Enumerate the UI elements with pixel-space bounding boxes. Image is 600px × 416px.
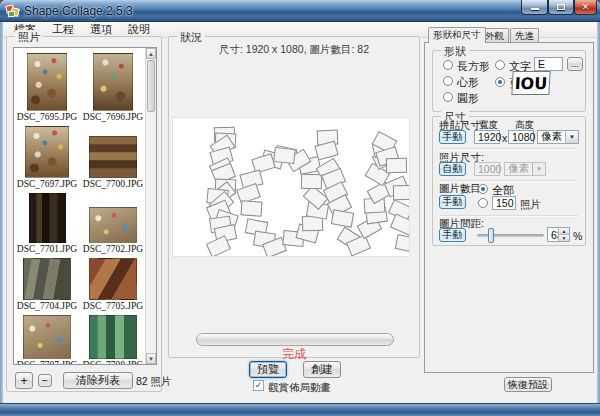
create-button[interactable]: 創建 <box>303 361 341 378</box>
progress-done-label: 完成 <box>168 346 420 363</box>
clear-list-button[interactable]: 清除列表 <box>63 372 133 389</box>
photo-thumbnail[interactable] <box>93 53 133 111</box>
preview-button[interactable]: 預覽 <box>249 361 287 378</box>
photos-group: 照片 DSC_7695.JPG DSC_7696.JPG <box>6 36 162 392</box>
collage-size-unit-dropdown[interactable]: 像素▼ <box>537 130 579 144</box>
more-shape-preview[interactable]: IOU <box>511 71 550 95</box>
photo-filename: DSC_7701.JPG <box>17 244 77 254</box>
restore-defaults-button[interactable]: 恢復預設 <box>504 377 552 392</box>
maximize-button[interactable] <box>548 0 574 15</box>
photo-filename: DSC_7705.JPG <box>83 301 143 311</box>
photo-grid: DSC_7695.JPG DSC_7696.JPG DSC_7697.JPG <box>14 48 146 365</box>
shape-circle-radio[interactable] <box>443 92 453 102</box>
photo-filename: DSC_7702.JPG <box>83 244 143 254</box>
spacing-slider[interactable] <box>477 234 544 237</box>
shape-rectangle-label[interactable]: 長方形 <box>457 59 490 74</box>
progress-bar <box>196 333 394 346</box>
titlebar[interactable]: Shape Collage 2.5.3 <box>0 0 600 22</box>
app-icon <box>6 4 20 18</box>
close-button[interactable]: ✕ <box>574 0 597 15</box>
collage-size-unit-value: 像素 <box>541 130 562 144</box>
maximize-icon <box>557 4 565 10</box>
shape-text-input[interactable]: E <box>534 57 563 71</box>
collage-info-label: 尺寸: 1920 x 1080, 圖片數目: 82 <box>169 43 419 57</box>
photo-list-item[interactable]: DSC_7702.JPG <box>80 207 146 254</box>
photo-thumbnail[interactable] <box>25 126 69 178</box>
shape-more-radio[interactable] <box>495 77 505 87</box>
window-frame-left <box>0 22 3 403</box>
photo-count-manual-button[interactable]: 手動 <box>439 195 466 209</box>
minimize-button[interactable] <box>521 0 548 15</box>
photo-filename: DSC_7704.JPG <box>17 301 77 311</box>
count-all-radio[interactable] <box>478 184 488 194</box>
collage-photo-rect <box>301 174 322 190</box>
window-title: Shape Collage 2.5.3 <box>24 4 133 18</box>
photo-filename: DSC_7707.JPG <box>17 360 77 365</box>
photo-list-item[interactable]: DSC_7707.JPG <box>14 315 80 365</box>
scroll-up-icon[interactable]: ▲ <box>146 48 156 59</box>
photo-thumbnail[interactable] <box>89 207 137 243</box>
photo-thumbnail[interactable] <box>89 315 137 359</box>
photo-list-item[interactable]: DSC_7700.JPG <box>80 136 146 189</box>
photo-filename: DSC_7700.JPG <box>83 179 143 189</box>
collage-photo-rect <box>393 185 410 200</box>
spacing-manual-button[interactable]: 手動 <box>439 228 466 242</box>
spacing-input[interactable]: 63 ▲▼ <box>547 227 570 242</box>
photo-list-item[interactable]: DSC_7696.JPG <box>80 53 146 122</box>
add-photos-button[interactable]: + <box>15 372 33 389</box>
separator <box>440 215 578 216</box>
remove-photos-button[interactable]: − <box>38 374 52 387</box>
photo-list-item[interactable]: DSC_7697.JPG <box>14 126 80 189</box>
shape-heart-radio[interactable] <box>443 76 453 86</box>
app-window: Shape Collage 2.5.3 ✕ 檔案工程選項說明 照片 DSC_76… <box>0 0 600 416</box>
photo-thumbnail[interactable] <box>27 53 67 111</box>
scroll-down-icon[interactable]: ▼ <box>146 353 156 364</box>
spacing-slider-handle[interactable] <box>488 228 494 243</box>
photo-thumbnail[interactable] <box>23 258 71 300</box>
shape-text-radio[interactable] <box>495 60 505 70</box>
count-custom-radio[interactable] <box>478 198 488 208</box>
photo-thumbnail[interactable] <box>29 193 66 243</box>
collage-preview-canvas <box>172 117 410 257</box>
tab-advanced[interactable]: 先進 <box>510 28 539 43</box>
shape-rectangle-radio[interactable] <box>443 60 453 70</box>
scrollbar-thumb[interactable] <box>147 60 155 112</box>
photo-filename: DSC_7695.JPG <box>17 112 77 122</box>
photo-thumbnail[interactable] <box>23 315 71 359</box>
spin-down-icon[interactable]: ▼ <box>559 234 569 241</box>
shape-circle-label[interactable]: 圓形 <box>457 91 479 106</box>
separator <box>440 180 578 181</box>
width-input[interactable]: 1920 <box>474 130 500 144</box>
photo-thumbnail[interactable] <box>89 136 137 178</box>
count-input[interactable]: 150 <box>492 196 516 210</box>
photo-list-scrollbar[interactable]: ▲ ▼ <box>145 48 156 364</box>
dropdown-arrow-icon: ▼ <box>532 163 545 175</box>
separator <box>440 148 578 149</box>
photo-count-label: 82 照片 <box>136 375 172 389</box>
photo-thumbnail[interactable] <box>89 258 137 300</box>
photo-size-auto-button[interactable]: 自動 <box>439 162 466 176</box>
photo-list-item[interactable]: DSC_7705.JPG <box>80 258 146 311</box>
window-frame-bottom[interactable] <box>0 403 600 416</box>
dropdown-arrow-icon: ▼ <box>565 131 578 143</box>
photo-filename: DSC_7696.JPG <box>83 112 143 122</box>
spacing-spinner[interactable]: ▲▼ <box>558 228 569 241</box>
shape-heart-label[interactable]: 心形 <box>457 75 479 90</box>
browse-text-button[interactable]: ... <box>567 57 583 71</box>
collage-photo-rect <box>240 200 262 217</box>
collage-size-manual-button[interactable]: 手動 <box>439 130 466 144</box>
minimize-icon <box>531 8 539 10</box>
photo-list-item[interactable]: DSC_7704.JPG <box>14 258 80 311</box>
collage-photo-rect <box>386 157 407 172</box>
photo-filename: DSC_7708.JPG <box>83 360 143 365</box>
photo-list-item[interactable]: DSC_7695.JPG <box>14 53 80 122</box>
photo-size-unit-dropdown: 像素▼ <box>504 162 546 176</box>
height-input[interactable]: 1080 <box>508 130 534 144</box>
photo-list[interactable]: DSC_7695.JPG DSC_7696.JPG DSC_7697.JPG <box>13 47 157 365</box>
tab-shape-and-size[interactable]: 形狀和尺寸 <box>428 27 486 43</box>
photo-list-item[interactable]: DSC_7701.JPG <box>14 193 80 254</box>
close-icon: ✕ <box>582 3 590 12</box>
photo-list-item[interactable]: DSC_7708.JPG <box>80 315 146 365</box>
animation-checkbox[interactable]: ✓ <box>253 380 264 391</box>
animation-checkbox-label[interactable]: 觀賞佈局動畫 <box>268 381 331 395</box>
